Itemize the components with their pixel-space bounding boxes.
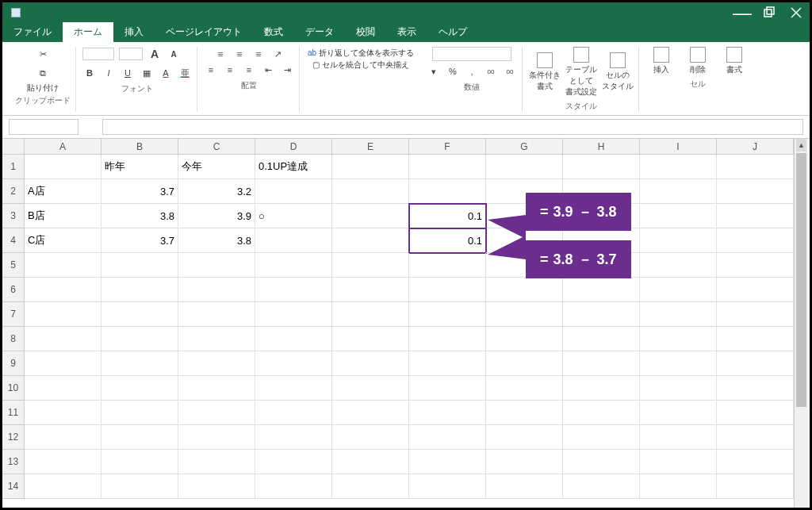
cell-E14[interactable] xyxy=(332,474,409,499)
cell-J6[interactable] xyxy=(717,278,794,302)
col-header-D[interactable]: D xyxy=(255,139,332,155)
cell-B4[interactable]: 3.7 xyxy=(102,228,178,253)
cell-F6[interactable] xyxy=(409,278,486,302)
cell-J4[interactable] xyxy=(717,228,794,253)
cell-A6[interactable] xyxy=(25,278,102,302)
currency-icon[interactable]: ▾ xyxy=(427,64,441,79)
cell-A13[interactable] xyxy=(25,450,102,474)
cell-A9[interactable] xyxy=(25,351,102,376)
table-format-button[interactable]: テーブルとして 書式設定 xyxy=(565,47,597,98)
cell-I12[interactable] xyxy=(640,425,717,450)
cell-D9[interactable] xyxy=(255,351,332,376)
cell-J7[interactable] xyxy=(717,302,794,327)
vertical-scrollbar[interactable]: ▲ ▼ xyxy=(794,139,808,510)
row-header-3[interactable]: 3 xyxy=(2,204,25,228)
cell-G8[interactable] xyxy=(486,327,563,351)
cell-B14[interactable] xyxy=(102,474,178,499)
col-header-J[interactable]: J xyxy=(717,139,794,155)
cell-J11[interactable] xyxy=(717,401,794,425)
cell-C9[interactable] xyxy=(178,351,255,376)
align-mid-icon[interactable]: ≡ xyxy=(232,47,247,61)
align-center-icon[interactable]: ≡ xyxy=(223,63,237,77)
cell-I14[interactable] xyxy=(640,474,717,499)
cell-G11[interactable] xyxy=(486,401,563,425)
dec-font-icon[interactable]: A xyxy=(167,47,181,61)
row-header-1[interactable]: 1 xyxy=(2,155,25,179)
cell-J14[interactable] xyxy=(717,474,794,499)
cell-C4[interactable]: 3.8 xyxy=(178,228,255,253)
cell-I2[interactable] xyxy=(640,179,717,204)
percent-button[interactable]: % xyxy=(446,64,460,79)
fill-color-button[interactable]: A xyxy=(159,66,173,80)
cell-E2[interactable] xyxy=(332,179,409,204)
cell-E13[interactable] xyxy=(332,450,409,474)
cell-H11[interactable] xyxy=(563,401,640,425)
cell-I1[interactable] xyxy=(640,155,717,179)
cell-B3[interactable]: 3.8 xyxy=(102,204,178,228)
cell-D5[interactable] xyxy=(255,253,332,278)
cell-H7[interactable] xyxy=(563,302,640,327)
cell-H12[interactable] xyxy=(563,425,640,450)
delete-button[interactable]: 削除 xyxy=(682,47,714,75)
cell-B12[interactable] xyxy=(102,425,178,450)
cell-D8[interactable] xyxy=(255,327,332,351)
cell-A5[interactable] xyxy=(25,253,102,278)
cell-E7[interactable] xyxy=(332,302,409,327)
cell-I10[interactable] xyxy=(640,376,717,401)
cell-H10[interactable] xyxy=(563,376,640,401)
cell-E11[interactable] xyxy=(332,401,409,425)
cell-E9[interactable] xyxy=(332,351,409,376)
italic-button[interactable]: I xyxy=(102,66,116,80)
cell-B5[interactable] xyxy=(102,253,178,278)
cell-A14[interactable] xyxy=(25,474,102,499)
cell-H8[interactable] xyxy=(563,327,640,351)
cell-C11[interactable] xyxy=(178,401,255,425)
cell-D11[interactable] xyxy=(255,401,332,425)
cell-B9[interactable] xyxy=(102,351,178,376)
tab-formulas[interactable]: 数式 xyxy=(253,22,294,42)
row-header-12[interactable]: 12 xyxy=(2,425,25,450)
cell-E12[interactable] xyxy=(332,425,409,450)
cell-D4[interactable] xyxy=(255,228,332,253)
cell-J10[interactable] xyxy=(717,376,794,401)
row-header-2[interactable]: 2 xyxy=(2,179,25,204)
inc-decimal-button[interactable]: 00 xyxy=(484,64,498,79)
border-icon[interactable]: ▦ xyxy=(140,66,154,80)
format-button[interactable]: 書式 xyxy=(718,47,750,75)
tab-review[interactable]: 校閲 xyxy=(345,22,386,42)
orientation-icon[interactable]: ↗ xyxy=(270,47,285,61)
align-top-icon[interactable]: ≡ xyxy=(213,47,228,61)
cell-A4[interactable]: C店 xyxy=(25,228,102,253)
cell-C3[interactable]: 3.9 xyxy=(178,204,255,228)
bold-button[interactable]: B xyxy=(82,66,97,80)
cell-D6[interactable] xyxy=(255,278,332,302)
cell-G14[interactable] xyxy=(486,474,563,499)
number-format-select[interactable] xyxy=(432,47,511,61)
tab-view[interactable]: 表示 xyxy=(386,22,427,42)
indent-inc-icon[interactable]: ⇥ xyxy=(280,63,294,77)
dec-decimal-button[interactable]: 00 xyxy=(503,64,517,79)
cell-A10[interactable] xyxy=(25,376,102,401)
cut-icon[interactable]: ✂ xyxy=(36,47,50,61)
cell-E5[interactable] xyxy=(332,253,409,278)
cell-C5[interactable] xyxy=(178,253,255,278)
cell-C13[interactable] xyxy=(178,450,255,474)
cell-C2[interactable]: 3.2 xyxy=(178,179,255,204)
cell-F10[interactable] xyxy=(409,376,486,401)
font-select[interactable] xyxy=(82,48,114,60)
fx-icon[interactable] xyxy=(83,119,98,135)
cell-F9[interactable] xyxy=(409,351,486,376)
formula-bar[interactable] xyxy=(102,119,803,135)
cell-I9[interactable] xyxy=(640,351,717,376)
scroll-up-arrow[interactable]: ▲ xyxy=(796,139,806,151)
name-box[interactable] xyxy=(9,119,79,135)
cell-B8[interactable] xyxy=(102,327,178,351)
cell-F7[interactable] xyxy=(409,302,486,327)
cell-D1[interactable]: 0.1UP達成 xyxy=(255,155,332,179)
cell-C6[interactable] xyxy=(178,278,255,302)
row-header-11[interactable]: 11 xyxy=(2,401,25,425)
cell-I13[interactable] xyxy=(640,450,717,474)
cell-G9[interactable] xyxy=(486,351,563,376)
cell-F8[interactable] xyxy=(409,327,486,351)
align-right-icon[interactable]: ≡ xyxy=(242,63,256,77)
